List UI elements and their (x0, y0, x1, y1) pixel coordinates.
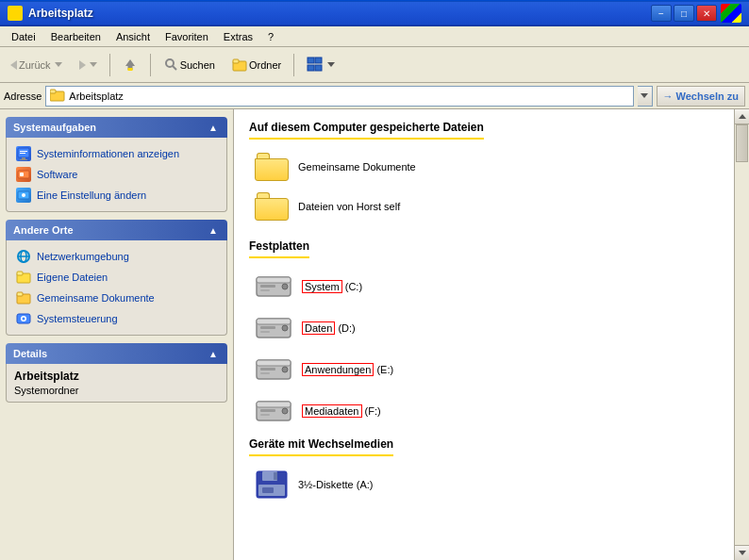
search-label: Suchen (180, 59, 215, 71)
folder-icon-horst (255, 192, 289, 221)
drive-daten-letter: D: (341, 322, 352, 334)
floppy-item[interactable]: 3½-Diskette (A:) (249, 466, 719, 503)
scrollbar[interactable] (734, 109, 749, 560)
eigene-label: Eigene Dateien (37, 272, 108, 283)
menu-datei[interactable]: Datei (4, 29, 43, 44)
back-button[interactable]: Zurück (4, 51, 69, 79)
scroll-thumb[interactable] (736, 124, 748, 162)
drive-anwendungen-item[interactable]: Anwendungen (E:) (249, 351, 719, 388)
details-title-header: Details (13, 348, 47, 359)
sysinfo-label: Systeminformationen anzeigen (37, 148, 179, 159)
address-folder-icon (50, 89, 65, 104)
systemaufgaben-chevron-icon: ▲ (207, 121, 220, 134)
svg-rect-38 (260, 326, 275, 329)
sysinfo-icon (16, 146, 31, 161)
svg-rect-15 (20, 153, 25, 154)
scroll-down-button[interactable] (735, 545, 749, 560)
drive-anwendungen-name: Anwendungen (302, 363, 374, 376)
svg-rect-33 (260, 285, 275, 288)
restore-button[interactable]: □ (674, 5, 694, 22)
views-button[interactable] (300, 51, 341, 79)
toolbar-separator-1 (109, 54, 110, 76)
systemaufgaben-title: Systemaufgaben (13, 122, 96, 133)
svg-rect-46 (257, 402, 291, 407)
address-label: Adresse (4, 91, 42, 102)
folders-icon (232, 57, 247, 74)
svg-rect-0 (127, 68, 132, 71)
scroll-up-button[interactable] (735, 109, 749, 124)
search-button[interactable]: Suchen (157, 51, 222, 79)
menu-bearbeiten[interactable]: Bearbeiten (43, 29, 108, 44)
address-value: Arbeitsplatz (69, 91, 123, 102)
svg-rect-7 (308, 65, 314, 71)
window-icon (8, 6, 23, 21)
hdd-icon-system (255, 272, 292, 302)
network-item[interactable]: Netzwerkumgebung (14, 246, 219, 267)
svg-point-37 (282, 325, 288, 331)
svg-rect-49 (260, 414, 270, 416)
address-dropdown-button[interactable] (638, 86, 653, 107)
title-bar: Arbeitsplatz − □ ✕ (0, 0, 749, 26)
drive-mediadaten-item[interactable]: Mediadaten (F:) (249, 392, 719, 430)
drive-daten-name: Daten (302, 321, 335, 335)
xp-logo (721, 4, 741, 23)
address-bar: Adresse Arbeitsplatz → Wechseln zu (0, 83, 749, 109)
svg-rect-4 (233, 59, 239, 63)
svg-rect-48 (260, 409, 275, 412)
close-button[interactable]: ✕ (696, 5, 717, 22)
details-chevron-icon: ▲ (207, 347, 220, 360)
address-field[interactable]: Arbeitsplatz (45, 86, 633, 107)
gemeinsam-item[interactable]: Gemeinsame Dokumente (14, 288, 219, 308)
menu-ansicht[interactable]: Ansicht (108, 29, 158, 44)
minimize-button[interactable]: − (651, 5, 672, 22)
views-dropdown-icon (327, 62, 335, 67)
andere-orte-chevron-icon: ▲ (207, 223, 220, 237)
svg-rect-41 (257, 360, 291, 366)
steuerung-label: Systemsteuerung (37, 313, 118, 324)
settings-item[interactable]: Eine Einstellung ändern (14, 185, 219, 206)
folder-icon-gemeinsame (255, 153, 289, 181)
steuerung-item[interactable]: Systemsteuerung (14, 308, 219, 329)
eigene-icon (16, 270, 31, 285)
svg-point-19 (22, 193, 25, 197)
details-section: Details ▲ Arbeitsplatz Systemordner (6, 343, 227, 403)
gemeinsame-dokumente-item[interactable]: Gemeinsame Dokumente (249, 149, 719, 185)
network-icon (16, 249, 31, 264)
drive-daten-item[interactable]: Daten (D:) (249, 309, 719, 347)
go-label: Wechseln zu (676, 91, 739, 102)
drive-system-label: System (C:) (302, 280, 362, 293)
forward-dropdown-icon (90, 62, 97, 67)
menu-extras[interactable]: Extras (216, 29, 260, 44)
horst-self-item[interactable]: Dateien von Horst self (249, 189, 719, 224)
eigene-item[interactable]: Eigene Dateien (14, 267, 219, 288)
svg-rect-24 (17, 272, 23, 275)
details-header[interactable]: Details ▲ (6, 343, 227, 364)
svg-point-32 (282, 284, 288, 289)
svg-rect-12 (22, 157, 25, 159)
svg-rect-8 (315, 65, 322, 71)
hdd-icon-daten (255, 313, 292, 343)
drive-mediadaten-label: Mediadaten (F:) (302, 404, 381, 418)
views-icon (307, 57, 324, 74)
go-button[interactable]: → Wechseln zu (657, 86, 745, 107)
forward-button[interactable] (73, 51, 104, 79)
menu-help[interactable]: ? (260, 29, 281, 44)
menu-bar: Datei Bearbeiten Ansicht Favoriten Extra… (0, 26, 749, 47)
folders-button[interactable]: Ordner (225, 51, 288, 79)
gemeinsam-label: Gemeinsame Dokumente (37, 292, 155, 304)
systemaufgaben-header[interactable]: Systemaufgaben ▲ (6, 117, 227, 138)
svg-rect-10 (50, 90, 56, 93)
menu-favoriten[interactable]: Favoriten (158, 29, 216, 44)
scroll-down-icon (739, 551, 746, 555)
andere-orte-header[interactable]: Andere Orte ▲ (6, 220, 227, 240)
drive-system-letter: C: (348, 281, 358, 292)
sysinfo-item[interactable]: Systeminformationen anzeigen (14, 143, 219, 164)
svg-rect-52 (274, 472, 277, 480)
svg-rect-5 (308, 58, 314, 63)
software-item[interactable]: Software (14, 164, 219, 185)
svg-line-2 (173, 66, 176, 70)
drive-system-item[interactable]: System (C:) (249, 268, 719, 305)
dropdown-chevron-icon (641, 93, 648, 98)
up-button[interactable] (116, 51, 144, 79)
shared-files-heading: Auf diesem Computer gespeicherte Dateien (249, 121, 484, 140)
